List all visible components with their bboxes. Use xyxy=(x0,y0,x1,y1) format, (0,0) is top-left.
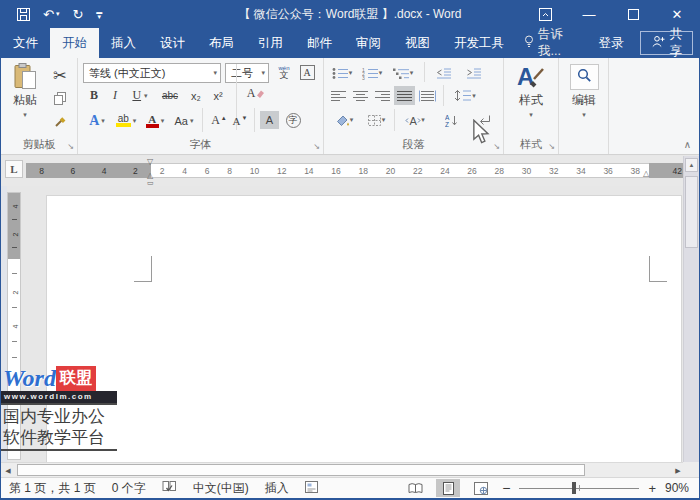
asian-layout-button[interactable]: A ▾ xyxy=(400,110,430,130)
ribbon-spacer: ∧ xyxy=(609,58,699,154)
font-color-button[interactable]: A ▾ xyxy=(142,110,168,131)
sign-in-button[interactable]: 登录 xyxy=(587,35,636,52)
collapse-ribbon-icon[interactable]: ∧ xyxy=(684,139,691,150)
subscript-button[interactable]: x₂ xyxy=(186,86,206,105)
page-indicator[interactable]: 第 1 页，共 1 页 xyxy=(9,480,96,497)
zoom-slider[interactable] xyxy=(519,479,639,497)
tab-review[interactable]: 审阅 xyxy=(344,28,393,58)
clear-formatting-letter: A xyxy=(247,86,256,101)
horizontal-scrollbar-thumb[interactable] xyxy=(17,464,585,476)
status-bar: 第 1 页，共 1 页 0 个字 中文(中国) 插入 − xyxy=(1,477,699,498)
tell-me-box[interactable]: 告诉我... xyxy=(516,28,587,58)
customize-qat-icon[interactable]: ▬▾ xyxy=(96,9,102,20)
font-name-combo[interactable]: 等线 (中文正文)▾ xyxy=(83,63,221,83)
clipboard-dialog-launcher-icon[interactable]: ↘ xyxy=(67,143,74,151)
shrink-font-button[interactable]: A▼ xyxy=(230,110,250,131)
copy-icon[interactable] xyxy=(49,89,71,107)
align-right-icon[interactable] xyxy=(372,86,393,105)
clear-formatting-icon[interactable]: A xyxy=(244,84,268,103)
enclose-characters-button[interactable]: 字 xyxy=(283,111,303,129)
character-shading-button[interactable]: A xyxy=(260,111,279,129)
underline-button[interactable]: U ▾ xyxy=(127,86,153,105)
styles-dialog-launcher-icon[interactable]: ↘ xyxy=(548,143,555,151)
change-case-button[interactable]: Aa ▾ xyxy=(170,110,198,131)
sort-icon[interactable]: AZ xyxy=(442,110,462,130)
character-border-icon[interactable]: A xyxy=(297,63,317,82)
borders-button[interactable]: ▾ xyxy=(362,110,390,130)
chevron-down-icon: ▾ xyxy=(382,116,386,124)
multilevel-list-button[interactable]: ▾ xyxy=(388,64,418,82)
tab-references[interactable]: 引用 xyxy=(246,28,295,58)
tab-design[interactable]: 设计 xyxy=(148,28,197,58)
ruler-number: 28 xyxy=(495,166,504,176)
zoom-out-button[interactable]: − xyxy=(502,480,510,496)
align-center-icon[interactable] xyxy=(350,86,371,105)
shading-button[interactable]: ▾ xyxy=(330,110,358,130)
redo-icon[interactable]: ↻ xyxy=(72,7,83,22)
save-icon[interactable] xyxy=(17,8,30,21)
highlight-color-button[interactable]: ab ▾ xyxy=(112,110,140,131)
print-layout-icon[interactable] xyxy=(436,479,460,497)
tab-developer[interactable]: 开发工具 xyxy=(442,28,516,58)
increase-indent-icon[interactable] xyxy=(462,64,486,82)
share-person-icon xyxy=(651,35,665,51)
zoom-level[interactable]: 90% xyxy=(665,481,689,495)
bold-button[interactable]: B xyxy=(85,86,103,105)
ruler-number: 22 xyxy=(413,166,422,176)
font-size-combo[interactable]: 二号▾ xyxy=(225,63,269,83)
format-painter-icon[interactable] xyxy=(49,112,71,130)
web-layout-icon[interactable] xyxy=(469,479,493,497)
ribbon-display-options-icon[interactable] xyxy=(523,0,567,28)
italic-button[interactable]: I xyxy=(107,86,123,105)
vertical-scrollbar[interactable]: ▲ xyxy=(683,156,699,462)
tab-file[interactable]: 文件 xyxy=(1,28,50,58)
numbering-button[interactable]: 123 ▾ xyxy=(358,64,386,82)
zoom-in-button[interactable]: + xyxy=(648,481,656,496)
bullets-button[interactable]: ▾ xyxy=(328,64,356,82)
minimize-icon[interactable]: — xyxy=(567,0,611,28)
cut-icon[interactable]: ✂ xyxy=(49,66,71,84)
read-mode-icon[interactable] xyxy=(403,479,427,497)
maximize-icon[interactable] xyxy=(611,0,655,28)
tab-view[interactable]: 视图 xyxy=(393,28,442,58)
document-page[interactable] xyxy=(46,195,682,462)
text-effects-button[interactable]: A ▾ xyxy=(84,110,110,131)
undo-dropdown-icon[interactable]: ▾ xyxy=(56,10,60,18)
undo-icon[interactable]: ↶▾ xyxy=(43,7,59,22)
font-dialog-launcher-icon[interactable]: ↘ xyxy=(313,143,320,151)
insert-mode-indicator[interactable]: 插入 xyxy=(265,480,289,497)
paste-button[interactable]: 粘贴 ▾ xyxy=(6,63,44,131)
scroll-left-icon[interactable]: ◀ xyxy=(1,464,15,477)
tab-stop-selector[interactable]: L xyxy=(5,160,23,178)
grow-font-button[interactable]: A▲ xyxy=(208,110,230,131)
line-spacing-button[interactable]: ▾ xyxy=(450,86,480,105)
language-indicator[interactable]: 中文(中国) xyxy=(193,480,249,497)
tab-mailings[interactable]: 邮件 xyxy=(295,28,344,58)
phonetic-guide-icon[interactable]: wén 文 xyxy=(274,62,294,83)
justify-icon[interactable] xyxy=(394,86,415,105)
tab-insert[interactable]: 插入 xyxy=(99,28,148,58)
tab-home[interactable]: 开始 xyxy=(50,28,99,58)
paragraph-dialog-launcher-icon[interactable]: ↘ xyxy=(493,143,500,151)
zoom-slider-thumb[interactable] xyxy=(572,482,576,494)
close-icon[interactable]: ✕ xyxy=(655,0,699,28)
superscript-button[interactable]: x² xyxy=(208,86,228,105)
scroll-up-icon[interactable]: ▲ xyxy=(685,158,698,172)
word-count[interactable]: 0 个字 xyxy=(112,480,146,497)
decrease-indent-icon[interactable] xyxy=(432,64,456,82)
editing-button[interactable]: 编辑 ▾ xyxy=(565,64,603,130)
horizontal-scrollbar[interactable]: ◀ ▶ xyxy=(1,462,685,477)
distributed-icon[interactable] xyxy=(416,86,439,105)
proofing-icon[interactable] xyxy=(162,480,177,497)
strikethrough-button[interactable]: abc xyxy=(158,86,182,105)
first-line-indent-marker[interactable]: ▽ xyxy=(147,158,153,166)
macro-record-icon[interactable] xyxy=(305,481,318,496)
vertical-scrollbar-thumb[interactable] xyxy=(685,176,698,248)
tab-layout[interactable]: 布局 xyxy=(197,28,246,58)
horizontal-ruler[interactable]: 8642 2468101214161820222426283032343638 … xyxy=(26,163,684,178)
styles-button[interactable]: A 样式 ▾ xyxy=(512,64,550,130)
right-indent-marker[interactable]: △ xyxy=(643,170,649,178)
align-left-icon[interactable] xyxy=(328,86,349,105)
lightbulb-icon xyxy=(524,35,534,51)
share-button[interactable]: 共享 xyxy=(640,31,694,55)
